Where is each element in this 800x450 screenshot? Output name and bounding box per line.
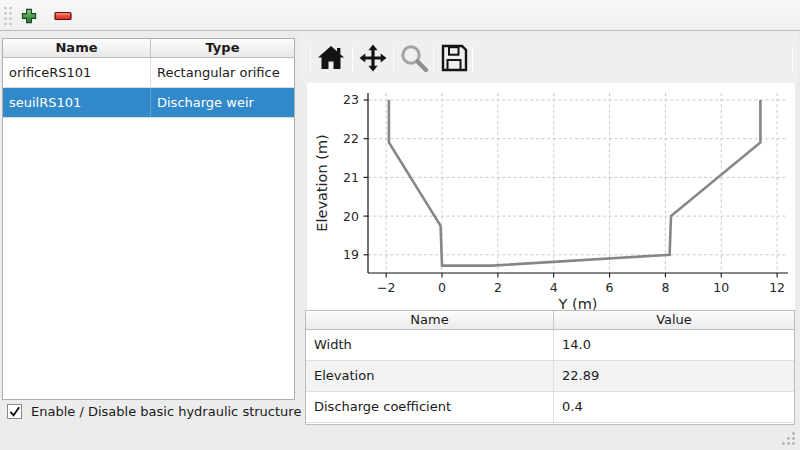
y-tick-label: 22 bbox=[343, 131, 359, 146]
property-name-cell: Discharge coefficient bbox=[306, 392, 554, 422]
toolbar-separator bbox=[310, 46, 311, 72]
magnifier-icon bbox=[398, 42, 430, 74]
plot-zoom-button[interactable] bbox=[396, 40, 432, 76]
y-tick-label: 21 bbox=[343, 170, 359, 185]
properties-table-header: Name Value bbox=[306, 311, 794, 330]
y-tick-label: 19 bbox=[343, 247, 359, 262]
x-tick-label: 4 bbox=[550, 280, 558, 295]
property-value-cell[interactable]: 14.0 bbox=[554, 330, 794, 360]
x-tick-label: 0 bbox=[438, 280, 446, 295]
profile-line bbox=[389, 100, 761, 266]
y-axis-label: Elevation (m) bbox=[314, 134, 330, 231]
plot-panel: −20246810121920212223Elevation (m)Y (m) … bbox=[300, 32, 798, 428]
y-tick-label: 23 bbox=[343, 92, 359, 107]
plot-home-button[interactable] bbox=[313, 40, 349, 76]
pan-move-icon bbox=[357, 42, 389, 74]
cross-section-chart: −20246810121920212223Elevation (m)Y (m) bbox=[307, 83, 795, 310]
application-window: Name Type orificeRS101Rectangular orific… bbox=[0, 0, 800, 450]
plus-icon bbox=[21, 8, 37, 24]
property-row: Discharge coefficient0.4 bbox=[306, 392, 794, 423]
toolbar-separator bbox=[352, 46, 353, 72]
window-resize-grip[interactable] bbox=[780, 430, 797, 447]
checkbox-checked-icon[interactable] bbox=[7, 404, 22, 419]
toolbar-separator bbox=[393, 46, 394, 72]
property-row: Width14.0 bbox=[306, 330, 794, 361]
x-tick-label: 12 bbox=[769, 280, 785, 295]
toolbar-separator bbox=[433, 46, 434, 72]
plot-pan-button[interactable] bbox=[355, 40, 391, 76]
chart-canvas[interactable]: −20246810121920212223Elevation (m)Y (m) bbox=[307, 83, 795, 310]
plot-save-button[interactable] bbox=[436, 40, 472, 76]
y-tick-label: 20 bbox=[343, 209, 359, 224]
structures-table-body: orificeRS101Rectangular orificeseuilRS10… bbox=[3, 58, 294, 118]
property-value-cell[interactable]: 22.89 bbox=[554, 361, 794, 391]
toolbar-grip-handle[interactable] bbox=[3, 5, 14, 27]
properties-table: Name Value Width14.0Elevation22.89Discha… bbox=[305, 310, 795, 425]
main-toolbar bbox=[0, 0, 800, 31]
properties-header-name: Name bbox=[306, 311, 554, 329]
structure-name-cell: orificeRS101 bbox=[3, 58, 151, 87]
home-icon bbox=[315, 42, 347, 74]
structures-table: Name Type orificeRS101Rectangular orific… bbox=[2, 38, 295, 400]
property-name-cell: Elevation bbox=[306, 361, 554, 391]
structure-type-cell: Discharge weir bbox=[151, 88, 294, 117]
structure-row[interactable]: seuilRS101Discharge weir bbox=[3, 88, 294, 118]
property-row: Elevation22.89 bbox=[306, 361, 794, 392]
toolbar-separator bbox=[792, 46, 793, 72]
structures-header-name[interactable]: Name bbox=[3, 39, 151, 57]
toolbar-separator bbox=[472, 46, 473, 72]
x-tick-label: 8 bbox=[661, 280, 669, 295]
remove-structure-button[interactable] bbox=[51, 4, 75, 28]
structure-name-cell: seuilRS101 bbox=[3, 88, 151, 117]
x-tick-label: 2 bbox=[494, 280, 502, 295]
x-tick-label: −2 bbox=[377, 280, 395, 295]
property-name-cell: Width bbox=[306, 330, 554, 360]
structure-type-cell: Rectangular orifice bbox=[151, 58, 294, 87]
plot-toolbar bbox=[300, 32, 798, 83]
property-value-cell[interactable]: 0.4 bbox=[554, 392, 794, 422]
minus-icon bbox=[54, 11, 72, 21]
enable-structure-checkbox-row[interactable]: Enable / Disable basic hydraulic structu… bbox=[7, 404, 301, 419]
structure-row[interactable]: orificeRS101Rectangular orifice bbox=[3, 58, 294, 88]
add-structure-button[interactable] bbox=[17, 4, 41, 28]
enable-structure-label: Enable / Disable basic hydraulic structu… bbox=[31, 404, 301, 419]
properties-header-value: Value bbox=[554, 311, 794, 329]
check-mark-icon bbox=[8, 405, 21, 418]
structures-header-type[interactable]: Type bbox=[151, 39, 294, 57]
structures-table-header: Name Type bbox=[3, 39, 294, 58]
x-tick-label: 6 bbox=[606, 280, 614, 295]
x-axis-label: Y (m) bbox=[558, 296, 598, 310]
properties-table-body: Width14.0Elevation22.89Discharge coeffic… bbox=[306, 330, 794, 423]
save-floppy-icon bbox=[438, 42, 470, 74]
x-tick-label: 10 bbox=[713, 280, 729, 295]
